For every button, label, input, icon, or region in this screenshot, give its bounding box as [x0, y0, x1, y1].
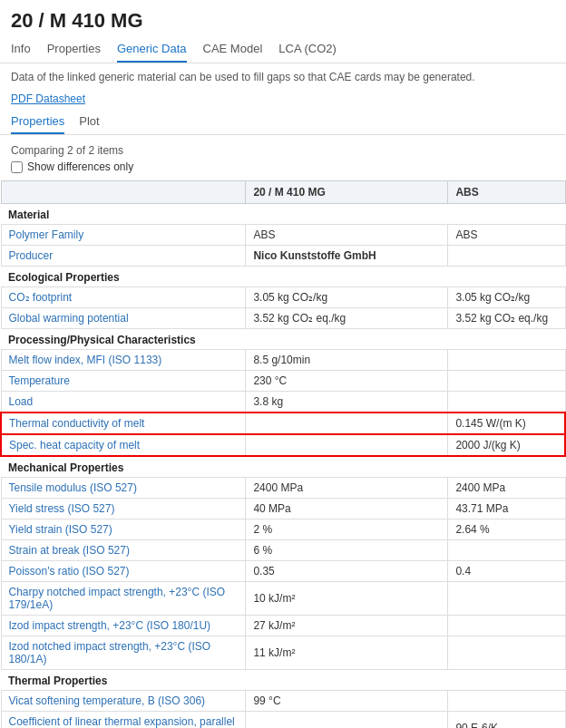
tab-properties[interactable]: Properties [47, 36, 101, 63]
prop-label: Coefficient of linear thermal expansion,… [1, 712, 246, 729]
prop-val1 [246, 413, 448, 434]
table-row: Polymer FamilyABSABS [1, 225, 565, 246]
prop-label: Yield strain (ISO 527) [1, 519, 246, 540]
prop-val2: 43.71 MPa [448, 499, 565, 519]
sub-tab-plot[interactable]: Plot [79, 111, 99, 134]
prop-val2 [448, 582, 565, 616]
prop-val2: 2400 MPa [448, 478, 565, 499]
page-title: 20 / M 410 MG [0, 0, 566, 36]
section-header: Processing/Physical Characteristics [1, 329, 565, 350]
prop-label: Yield stress (ISO 527) [1, 499, 246, 519]
section-header: Mechanical Properties [1, 456, 565, 478]
prop-label: Temperature [1, 371, 246, 392]
section-header: Material [1, 204, 565, 225]
prop-val1: 40 MPa [246, 499, 448, 519]
prop-label: Spec. heat capacity of melt [1, 434, 246, 456]
table-row: CO₂ footprint3.05 kg CO₂/kg3.05 kg CO₂/k… [1, 287, 565, 308]
prop-val1: 99 °C [246, 691, 448, 712]
table-row: ProducerNico Kunststoffe GmbH [1, 246, 565, 267]
prop-val2: 0.145 W/(m K) [448, 413, 565, 434]
prop-label: Load [1, 392, 246, 413]
prop-val2: 0.4 [448, 561, 565, 582]
tab-lca[interactable]: LCA (CO2) [278, 36, 337, 63]
prop-label: Izod notched impact strength, +23°C (ISO… [1, 636, 246, 670]
prop-val2 [448, 371, 565, 392]
prop-label: Strain at break (ISO 527) [1, 540, 246, 561]
prop-val2 [448, 616, 565, 636]
data-table: 20 / M 410 MG ABS MaterialPolymer Family… [0, 180, 566, 728]
table-row: Poisson's ratio (ISO 527)0.350.4 [1, 561, 565, 582]
table-row: Vicat softening temperature, B (ISO 306)… [1, 691, 565, 712]
prop-label: Poisson's ratio (ISO 527) [1, 561, 246, 582]
prop-val2 [448, 350, 565, 371]
prop-val1 [246, 434, 448, 456]
table-row: Yield stress (ISO 527)40 MPa43.71 MPa [1, 499, 565, 519]
prop-val2: ABS [448, 225, 565, 246]
prop-val1: 11 kJ/m² [246, 636, 448, 670]
table-row: Spec. heat capacity of melt2000 J/(kg K) [1, 434, 565, 456]
col-header-col2: ABS [448, 181, 565, 204]
prop-val2 [448, 636, 565, 670]
table-row: Tensile modulus (ISO 527)2400 MPa2400 MP… [1, 478, 565, 499]
prop-val1: 8.5 g/10min [246, 350, 448, 371]
prop-val1 [246, 712, 448, 729]
table-row: Izod notched impact strength, +23°C (ISO… [1, 636, 565, 670]
show-diff-checkbox[interactable] [11, 161, 23, 173]
section-header: Ecological Properties [1, 267, 565, 287]
table-row: Coefficient of linear thermal expansion,… [1, 712, 565, 729]
prop-val2 [448, 540, 565, 561]
nav-tabs: Info Properties Generic Data CAE Model L… [0, 36, 566, 63]
prop-val1: 27 kJ/m² [246, 616, 448, 636]
prop-val1: 230 °C [246, 371, 448, 392]
table-row: Load3.8 kg [1, 392, 565, 413]
prop-val2: 2.64 % [448, 519, 565, 540]
table-row: Melt flow index, MFI (ISO 1133)8.5 g/10m… [1, 350, 565, 371]
prop-val2: 3.05 kg CO₂/kg [448, 287, 565, 308]
section-header: Thermal Properties [1, 670, 565, 691]
sub-tab-properties[interactable]: Properties [11, 111, 64, 134]
prop-val2: 3.52 kg CO₂ eq./kg [448, 308, 565, 329]
table-row: Temperature230 °C [1, 371, 565, 392]
prop-val1: 10 kJ/m² [246, 582, 448, 616]
table-row: Yield strain (ISO 527)2 %2.64 % [1, 519, 565, 540]
prop-val2 [448, 246, 565, 267]
prop-val1: 3.52 kg CO₂ eq./kg [246, 308, 448, 329]
prop-val1: 6 % [246, 540, 448, 561]
prop-val1: ABS [246, 225, 448, 246]
prop-label: Thermal conductivity of melt [1, 413, 246, 434]
table-row: Strain at break (ISO 527)6 % [1, 540, 565, 561]
prop-val1: Nico Kunststoffe GmbH [246, 246, 448, 267]
pdf-datasheet-link[interactable]: PDF Datasheet [0, 91, 96, 111]
table-row: Charpy notched impact strength, +23°C (I… [1, 582, 565, 616]
prop-val2: 90 E-6/K [448, 712, 565, 729]
prop-label: Global warming potential [1, 308, 246, 329]
prop-val1: 3.05 kg CO₂/kg [246, 287, 448, 308]
prop-label: Polymer Family [1, 225, 246, 246]
table-row: Global warming potential3.52 kg CO₂ eq./… [1, 308, 565, 329]
tab-info[interactable]: Info [11, 36, 31, 63]
info-message: Data of the linked generic material can … [0, 63, 566, 91]
prop-label: Producer [1, 246, 246, 267]
prop-label: Melt flow index, MFI (ISO 1133) [1, 350, 246, 371]
table-row: Izod impact strength, +23°C (ISO 180/1U)… [1, 616, 565, 636]
comparing-info: Comparing 2 of 2 items [0, 141, 566, 159]
sub-tabs: Properties Plot [0, 111, 566, 135]
prop-val2 [448, 392, 565, 413]
prop-val1: 0.35 [246, 561, 448, 582]
prop-val2 [448, 691, 565, 712]
tab-cae-model[interactable]: CAE Model [203, 36, 263, 63]
show-diff-row: Show differences only [0, 159, 566, 180]
col-header-col1: 20 / M 410 MG [246, 181, 448, 204]
prop-label: Vicat softening temperature, B (ISO 306) [1, 691, 246, 712]
prop-label: CO₂ footprint [1, 287, 246, 308]
prop-val1: 3.8 kg [246, 392, 448, 413]
table-row: Thermal conductivity of melt0.145 W/(m K… [1, 413, 565, 434]
prop-val1: 2 % [246, 519, 448, 540]
tab-generic-data[interactable]: Generic Data [117, 36, 187, 63]
prop-label: Charpy notched impact strength, +23°C (I… [1, 582, 246, 616]
prop-val2: 2000 J/(kg K) [448, 434, 565, 456]
show-diff-label: Show differences only [27, 160, 133, 173]
prop-val1: 2400 MPa [246, 478, 448, 499]
col-header-empty [1, 181, 246, 204]
prop-label: Tensile modulus (ISO 527) [1, 478, 246, 499]
